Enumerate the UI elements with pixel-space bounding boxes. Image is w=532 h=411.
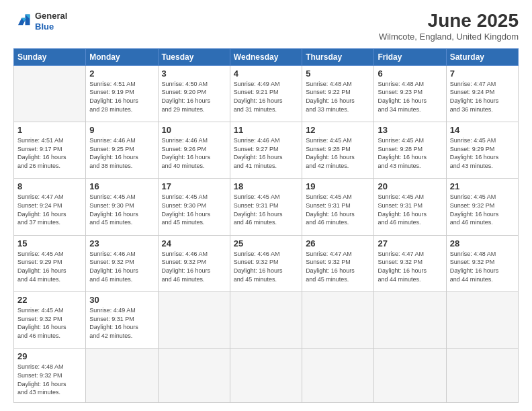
- day-number: 19: [306, 181, 370, 191]
- day-info: Sunrise: 4:48 AM Sunset: 9:23 PM Dayligh…: [378, 80, 442, 113]
- table-row: 1Sunrise: 4:51 AM Sunset: 9:17 PM Daylig…: [14, 122, 86, 179]
- day-info: Sunrise: 4:48 AM Sunset: 9:22 PM Dayligh…: [306, 80, 370, 113]
- table-row: [446, 349, 518, 403]
- table-row: [86, 349, 158, 403]
- day-info: Sunrise: 4:48 AM Sunset: 9:32 PM Dayligh…: [450, 250, 515, 283]
- table-row: 11Sunrise: 4:46 AM Sunset: 9:27 PM Dayli…: [230, 122, 302, 179]
- table-row: 24Sunrise: 4:46 AM Sunset: 9:32 PM Dayli…: [158, 235, 230, 291]
- table-row: 16Sunrise: 4:45 AM Sunset: 9:30 PM Dayli…: [86, 179, 158, 235]
- day-number: 22: [17, 295, 82, 305]
- table-row: 18Sunrise: 4:45 AM Sunset: 9:31 PM Dayli…: [230, 179, 302, 235]
- day-number: 1: [17, 125, 82, 135]
- month-title: June 2025: [379, 11, 519, 32]
- col-sunday: Sunday: [14, 48, 86, 65]
- day-number: 2: [89, 68, 154, 79]
- day-info: Sunrise: 4:49 AM Sunset: 9:31 PM Dayligh…: [89, 306, 154, 340]
- day-number: 16: [89, 181, 154, 191]
- day-info: Sunrise: 4:51 AM Sunset: 9:17 PM Dayligh…: [17, 136, 82, 170]
- day-number: 25: [234, 238, 298, 248]
- day-info: Sunrise: 4:45 AM Sunset: 9:31 PM Dayligh…: [306, 193, 370, 226]
- day-info: Sunrise: 4:45 AM Sunset: 9:28 PM Dayligh…: [378, 136, 442, 170]
- day-info: Sunrise: 4:46 AM Sunset: 9:27 PM Dayligh…: [234, 136, 298, 170]
- table-row: [302, 349, 374, 403]
- table-row: 19Sunrise: 4:45 AM Sunset: 9:31 PM Dayli…: [302, 179, 374, 235]
- day-info: Sunrise: 4:45 AM Sunset: 9:30 PM Dayligh…: [162, 193, 226, 226]
- table-row: 4Sunrise: 4:49 AM Sunset: 9:21 PM Daylig…: [230, 65, 302, 122]
- day-number: 23: [89, 238, 154, 248]
- day-info: Sunrise: 4:47 AM Sunset: 9:32 PM Dayligh…: [378, 250, 442, 283]
- day-number: 28: [450, 238, 515, 248]
- table-row: 26Sunrise: 4:47 AM Sunset: 9:32 PM Dayli…: [302, 235, 374, 291]
- table-row: 23Sunrise: 4:46 AM Sunset: 9:32 PM Dayli…: [86, 235, 158, 291]
- table-row: [374, 349, 446, 403]
- table-row: [230, 292, 302, 349]
- day-number: 21: [450, 181, 515, 191]
- table-row: 15Sunrise: 4:45 AM Sunset: 9:29 PM Dayli…: [14, 235, 86, 291]
- logo-general: General: [35, 11, 67, 21]
- title-section: June 2025 Wilmcote, England, United King…: [379, 11, 519, 42]
- day-number: 6: [378, 68, 442, 79]
- col-thursday: Thursday: [302, 48, 374, 65]
- table-row: 30Sunrise: 4:49 AM Sunset: 9:31 PM Dayli…: [86, 292, 158, 349]
- day-number: 11: [234, 125, 298, 135]
- day-number: 14: [450, 125, 515, 135]
- logo: General Blue: [13, 11, 67, 32]
- location-subtitle: Wilmcote, England, United Kingdom: [379, 32, 519, 42]
- table-row: 27Sunrise: 4:47 AM Sunset: 9:32 PM Dayli…: [374, 235, 446, 291]
- day-info: Sunrise: 4:45 AM Sunset: 9:31 PM Dayligh…: [378, 193, 442, 226]
- table-row: [374, 292, 446, 349]
- table-row: [158, 292, 230, 349]
- table-row: 6Sunrise: 4:48 AM Sunset: 9:23 PM Daylig…: [374, 65, 446, 122]
- day-info: Sunrise: 4:47 AM Sunset: 9:24 PM Dayligh…: [450, 80, 515, 113]
- day-number: 4: [234, 68, 298, 79]
- logo-blue: Blue: [35, 21, 67, 32]
- day-number: 3: [162, 68, 226, 79]
- table-row: 3Sunrise: 4:50 AM Sunset: 9:20 PM Daylig…: [158, 65, 230, 122]
- table-row: 10Sunrise: 4:46 AM Sunset: 9:26 PM Dayli…: [158, 122, 230, 179]
- col-wednesday: Wednesday: [230, 48, 302, 65]
- day-info: Sunrise: 4:46 AM Sunset: 9:25 PM Dayligh…: [89, 136, 154, 170]
- table-row: [302, 292, 374, 349]
- day-info: Sunrise: 4:49 AM Sunset: 9:21 PM Dayligh…: [234, 80, 298, 113]
- col-tuesday: Tuesday: [158, 48, 230, 65]
- table-row: 7Sunrise: 4:47 AM Sunset: 9:24 PM Daylig…: [446, 65, 518, 122]
- day-info: Sunrise: 4:51 AM Sunset: 9:19 PM Dayligh…: [89, 80, 154, 113]
- table-row: 8Sunrise: 4:47 AM Sunset: 9:24 PM Daylig…: [14, 179, 86, 235]
- day-number: 20: [378, 181, 442, 191]
- day-info: Sunrise: 4:45 AM Sunset: 9:30 PM Dayligh…: [89, 193, 154, 226]
- table-row: [230, 349, 302, 403]
- day-info: Sunrise: 4:46 AM Sunset: 9:26 PM Dayligh…: [162, 136, 226, 170]
- table-row: 21Sunrise: 4:45 AM Sunset: 9:32 PM Dayli…: [446, 179, 518, 235]
- page-header: General Blue June 2025 Wilmcote, England…: [13, 11, 519, 42]
- table-row: 29Sunrise: 4:48 AM Sunset: 9:32 PM Dayli…: [14, 349, 86, 403]
- day-number: 8: [17, 181, 82, 191]
- table-row: 12Sunrise: 4:45 AM Sunset: 9:28 PM Dayli…: [302, 122, 374, 179]
- day-info: Sunrise: 4:45 AM Sunset: 9:28 PM Dayligh…: [306, 136, 370, 170]
- calendar-table: Sunday Monday Tuesday Wednesday Thursday…: [13, 48, 519, 403]
- day-number: 30: [89, 295, 154, 305]
- day-info: Sunrise: 4:46 AM Sunset: 9:32 PM Dayligh…: [162, 250, 226, 283]
- day-number: 29: [17, 351, 82, 361]
- day-number: 24: [162, 238, 226, 248]
- logo-icon: [13, 12, 32, 31]
- day-info: Sunrise: 4:46 AM Sunset: 9:32 PM Dayligh…: [89, 250, 154, 283]
- table-row: 14Sunrise: 4:45 AM Sunset: 9:29 PM Dayli…: [446, 122, 518, 179]
- day-number: 10: [162, 125, 226, 135]
- day-number: 5: [306, 68, 370, 79]
- day-info: Sunrise: 4:45 AM Sunset: 9:29 PM Dayligh…: [450, 136, 515, 170]
- day-number: 15: [17, 238, 82, 248]
- day-info: Sunrise: 4:47 AM Sunset: 9:24 PM Dayligh…: [17, 193, 82, 226]
- day-number: 9: [89, 125, 154, 135]
- table-row: 22Sunrise: 4:45 AM Sunset: 9:32 PM Dayli…: [14, 292, 86, 349]
- day-info: Sunrise: 4:45 AM Sunset: 9:29 PM Dayligh…: [17, 250, 82, 283]
- table-row: 5Sunrise: 4:48 AM Sunset: 9:22 PM Daylig…: [302, 65, 374, 122]
- table-row: [446, 292, 518, 349]
- day-info: Sunrise: 4:48 AM Sunset: 9:32 PM Dayligh…: [17, 363, 82, 396]
- table-row: 9Sunrise: 4:46 AM Sunset: 9:25 PM Daylig…: [86, 122, 158, 179]
- table-row: 20Sunrise: 4:45 AM Sunset: 9:31 PM Dayli…: [374, 179, 446, 235]
- table-row: 28Sunrise: 4:48 AM Sunset: 9:32 PM Dayli…: [446, 235, 518, 291]
- day-info: Sunrise: 4:45 AM Sunset: 9:31 PM Dayligh…: [234, 193, 298, 226]
- day-number: 26: [306, 238, 370, 248]
- table-row: [158, 349, 230, 403]
- day-info: Sunrise: 4:45 AM Sunset: 9:32 PM Dayligh…: [450, 193, 515, 226]
